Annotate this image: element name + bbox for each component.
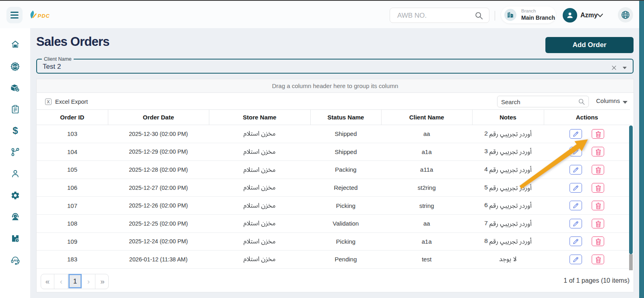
svg-text:$: $: [12, 125, 18, 136]
svg-text:AI: AI: [14, 259, 17, 262]
svg-text:PDC: PDC: [38, 13, 50, 19]
svg-text:NEW: NEW: [12, 65, 19, 68]
